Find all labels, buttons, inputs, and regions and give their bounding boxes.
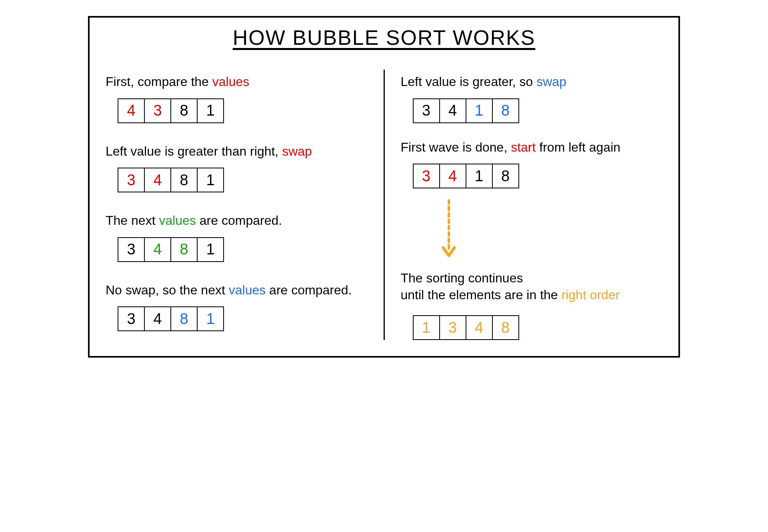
columns: First, compare the values 4 3 8 1 Left v…: [106, 74, 662, 340]
step-1: First, compare the values 4 3 8 1: [106, 74, 368, 123]
vertical-divider: [384, 70, 385, 340]
cell: 8: [170, 168, 198, 192]
step-5-text: Left value is greater, so swap: [401, 74, 663, 90]
cell: 3: [413, 98, 440, 123]
cell: 1: [466, 98, 493, 123]
step-7-line1: The sorting continues: [401, 271, 523, 285]
cell: 3: [118, 237, 145, 262]
step-5-cells: 3 4 1 8: [413, 98, 663, 123]
cell: 3: [118, 306, 145, 331]
step-3-pre: The next: [106, 213, 159, 228]
cell: 1: [197, 237, 224, 262]
step-4-text: No swap, so the next values are compared…: [106, 282, 368, 299]
step-6-cells: 3 4 1 8: [413, 164, 663, 188]
step-6-text: First wave is done, start from left agai…: [401, 139, 663, 156]
cell: 4: [118, 98, 145, 123]
cell: 1: [413, 315, 440, 340]
step-1-text: First, compare the values: [106, 74, 368, 90]
step-4: No swap, so the next values are compared…: [106, 282, 368, 332]
step-3-post: are compared.: [196, 213, 282, 228]
right-column: Left value is greater, so swap 3 4 1 8 F…: [401, 74, 663, 340]
step-3-text: The next values are compared.: [106, 212, 368, 229]
step-2: Left value is greater than right, swap 3…: [106, 143, 368, 193]
cell: 4: [144, 306, 171, 331]
cell: 4: [144, 168, 171, 192]
cell: 8: [170, 306, 198, 331]
step-3-hl: values: [159, 213, 196, 228]
cell: 4: [144, 237, 171, 262]
arrow-down-icon: [441, 196, 663, 262]
cell: 1: [197, 168, 224, 192]
cell: 1: [466, 164, 493, 188]
step-1-cells: 4 3 8 1: [118, 98, 368, 123]
step-2-pre: Left value is greater than right,: [106, 144, 282, 158]
step-1-hl: values: [212, 74, 250, 89]
step-2-cells: 3 4 8 1: [118, 168, 368, 192]
step-4-cells: 3 4 8 1: [118, 306, 368, 331]
step-2-hl: swap: [282, 144, 312, 158]
step-6: First wave is done, start from left agai…: [401, 139, 663, 189]
step-5-hl: swap: [536, 74, 566, 89]
step-6-hl: start: [511, 140, 536, 154]
step-1-pre: First, compare the: [106, 74, 212, 89]
cell: 4: [439, 164, 466, 188]
cell: 3: [413, 164, 440, 188]
cell: 1: [197, 98, 224, 123]
cell: 8: [170, 237, 198, 262]
cell: 4: [466, 315, 493, 340]
step-6-pre: First wave is done,: [401, 140, 511, 154]
cell: 8: [492, 315, 519, 340]
step-7-hl: right order: [562, 288, 620, 302]
step-3-cells: 3 4 8 1: [118, 237, 368, 262]
step-4-hl: values: [229, 283, 266, 297]
cell: 3: [118, 168, 145, 192]
diagram-container: HOW BUBBLE SORT WORKS First, compare the…: [88, 16, 680, 358]
page-title: HOW BUBBLE SORT WORKS: [106, 26, 662, 50]
cell: 1: [197, 306, 224, 331]
cell: 8: [170, 98, 198, 123]
step-6-post: from left again: [536, 140, 620, 154]
left-column: First, compare the values 4 3 8 1 Left v…: [106, 74, 368, 340]
step-4-post: are compared.: [266, 283, 352, 297]
cell: 8: [492, 164, 519, 188]
step-3: The next values are compared. 3 4 8 1: [106, 212, 368, 262]
step-5: Left value is greater, so swap 3 4 1 8: [401, 74, 663, 123]
step-7-cells: 1 3 4 8: [413, 315, 663, 340]
cell: 4: [439, 98, 466, 123]
cell: 8: [492, 98, 519, 123]
cell: 3: [439, 315, 466, 340]
step-2-text: Left value is greater than right, swap: [106, 143, 368, 160]
cell: 3: [144, 98, 171, 123]
step-7-pre: until the elements are in the: [401, 288, 562, 302]
step-7: The sorting continues until the elements…: [401, 270, 663, 340]
step-5-pre: Left value is greater, so: [401, 74, 537, 89]
step-7-text: The sorting continues until the elements…: [401, 270, 663, 303]
step-4-pre: No swap, so the next: [106, 283, 229, 297]
